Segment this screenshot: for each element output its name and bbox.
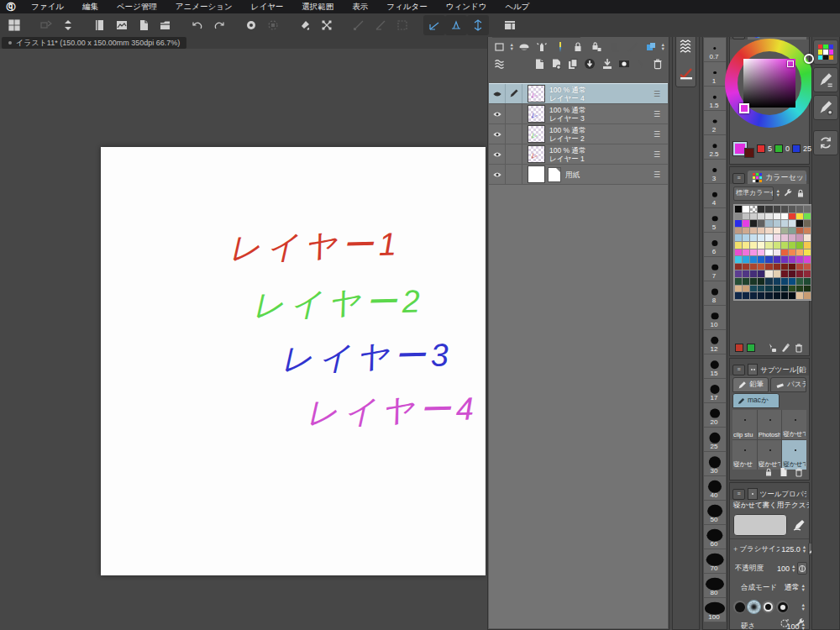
color-swatch-39[interactable]: [804, 228, 811, 234]
brush-adjust-icon[interactable]: [813, 67, 838, 92]
layer-color-icon[interactable]: [643, 39, 659, 55]
color-swatch-14[interactable]: [765, 213, 772, 220]
visibility-eye-icon[interactable]: [489, 144, 506, 164]
blend-stepper-icon[interactable]: ▲▼: [801, 584, 806, 592]
color-swatch-124[interactable]: [765, 292, 772, 299]
brush-size-25[interactable]: 25: [704, 428, 726, 452]
duplicate-layer-icon[interactable]: [565, 56, 580, 71]
color-swatch-79[interactable]: [804, 256, 811, 263]
stepper-icon[interactable]: ▲▼: [661, 43, 665, 51]
navigator-icon[interactable]: [240, 15, 262, 35]
layer-shape-icon[interactable]: [491, 39, 508, 55]
stencil-ellipse-icon[interactable]: [516, 39, 533, 55]
red-brush-check-icon[interactable]: [676, 60, 696, 87]
color-swatch-97[interactable]: [789, 270, 795, 277]
color-swatch-81[interactable]: [743, 264, 749, 270]
color-swatch-66[interactable]: [781, 249, 788, 256]
color-swatch-75[interactable]: [774, 256, 780, 263]
preset-stepper-icon[interactable]: ▲▼: [776, 189, 780, 197]
color-swatch-123[interactable]: [758, 292, 764, 299]
fill-bucket-icon[interactable]: [294, 15, 316, 35]
brush-size-1[interactable]: 1: [704, 62, 726, 87]
brush-size-0.7[interactable]: 0.7: [704, 38, 726, 62]
color-swatch-112[interactable]: [750, 286, 757, 292]
brush-size-value[interactable]: 125.0: [781, 545, 801, 554]
window-panel-icon[interactable]: [499, 15, 521, 35]
brush-size-17[interactable]: 17: [704, 379, 726, 403]
color-swatch-29[interactable]: [804, 220, 811, 227]
brush-size-4[interactable]: 4: [704, 184, 726, 208]
color-swatch-50[interactable]: [735, 242, 742, 249]
swap-colors-icon[interactable]: [813, 130, 838, 155]
menu-item-3[interactable]: アニメーション: [166, 0, 242, 13]
lock-alpha-icon[interactable]: [588, 39, 605, 55]
color-swatch-53[interactable]: [758, 242, 764, 249]
color-swatch-22[interactable]: [750, 220, 757, 227]
brush-size-70[interactable]: 70: [704, 549, 726, 574]
color-swatch-19[interactable]: [804, 213, 811, 220]
color-swatch-48[interactable]: [796, 234, 803, 241]
hue-cursor-icon[interactable]: [739, 103, 749, 113]
document-tab[interactable]: イラスト11* (150.00 x 150.00mm 350dpi 66.7%): [2, 37, 186, 49]
brush-size-2[interactable]: 2: [704, 111, 726, 135]
menu-item-9[interactable]: ヘルプ: [496, 0, 538, 13]
layer-mask-icon[interactable]: [617, 56, 632, 71]
brush-size-100[interactable]: 100: [704, 598, 726, 622]
color-swatch-67[interactable]: [789, 249, 795, 256]
tip-solid-icon[interactable]: [733, 601, 746, 613]
color-swatch-52[interactable]: [750, 242, 757, 249]
canvas-page[interactable]: レイヤー1レイヤー2レイヤー3レイヤー4: [101, 147, 486, 575]
onion-skin-icon[interactable]: [534, 39, 551, 55]
color-set-select[interactable]: 標準カラーセット: [733, 186, 774, 201]
tip-ring-icon[interactable]: [762, 601, 774, 613]
color-swatch-30[interactable]: [735, 228, 742, 234]
color-swatch-113[interactable]: [758, 286, 764, 292]
color-swatch-108[interactable]: [796, 278, 803, 285]
color-swatch-119[interactable]: [804, 286, 811, 292]
delete-layer-icon[interactable]: [650, 56, 665, 71]
color-swatch-98[interactable]: [796, 270, 803, 277]
layer-row-レイヤー 4[interactable]: レ100 % 通常レイヤー 4☰: [489, 83, 668, 104]
new-layer-settings-icon[interactable]: [549, 56, 564, 71]
color-swatch-4[interactable]: [765, 206, 772, 213]
brush-gear-icon[interactable]: [813, 95, 838, 120]
brush-size-60[interactable]: 60: [704, 525, 726, 549]
color-swatch-54[interactable]: [765, 242, 772, 249]
color-swatch-64[interactable]: [765, 249, 772, 256]
transfer-down-icon[interactable]: [582, 56, 597, 71]
color-swatch-40[interactable]: [735, 234, 742, 241]
color-swatch-25[interactable]: [774, 220, 780, 227]
color-swatch-86[interactable]: [781, 264, 788, 270]
color-swatch-62[interactable]: [750, 249, 757, 256]
ruler-snap-icon[interactable]: [624, 39, 641, 55]
color-swatch-122[interactable]: [750, 292, 757, 299]
lock-palette-icon[interactable]: [795, 188, 806, 198]
sub-tool-item-0[interactable]: clip stu: [732, 410, 757, 439]
brush-size-8[interactable]: 8: [704, 281, 726, 306]
color-swatch-11[interactable]: [743, 213, 749, 220]
brush-size-40[interactable]: 40: [704, 476, 726, 501]
color-swatch-34[interactable]: [765, 228, 772, 234]
color-swatch-118[interactable]: [796, 286, 803, 292]
new-sub-tool-icon[interactable]: [779, 465, 789, 478]
color-swatch-17[interactable]: [789, 213, 795, 220]
color-swatch-104[interactable]: [765, 278, 772, 285]
color-swatch-47[interactable]: [789, 234, 795, 241]
color-swatch-56[interactable]: [781, 242, 788, 249]
wrench-icon[interactable]: [783, 188, 793, 198]
brush-size-7[interactable]: 7: [704, 257, 726, 281]
color-swatch-13[interactable]: [758, 213, 764, 220]
new-document-icon[interactable]: [89, 15, 111, 35]
color-swatch-76[interactable]: [781, 256, 788, 263]
color-swatch-73[interactable]: [758, 256, 764, 263]
color-swatch-10[interactable]: [735, 213, 742, 220]
color-swatch-106[interactable]: [781, 278, 788, 285]
menu-item-6[interactable]: 表示: [343, 0, 377, 13]
color-swatch-20[interactable]: [735, 220, 742, 227]
color-swatch-1[interactable]: [743, 206, 749, 213]
visibility-eye-icon[interactable]: [489, 104, 506, 123]
color-swatch-43[interactable]: [758, 234, 764, 241]
color-swatch-65[interactable]: [774, 249, 780, 256]
layer-row-レイヤー 2[interactable]: レ100 % 通常レイヤー 2☰: [489, 124, 668, 144]
opacity-stepper-icon[interactable]: ▲▼: [791, 564, 795, 573]
